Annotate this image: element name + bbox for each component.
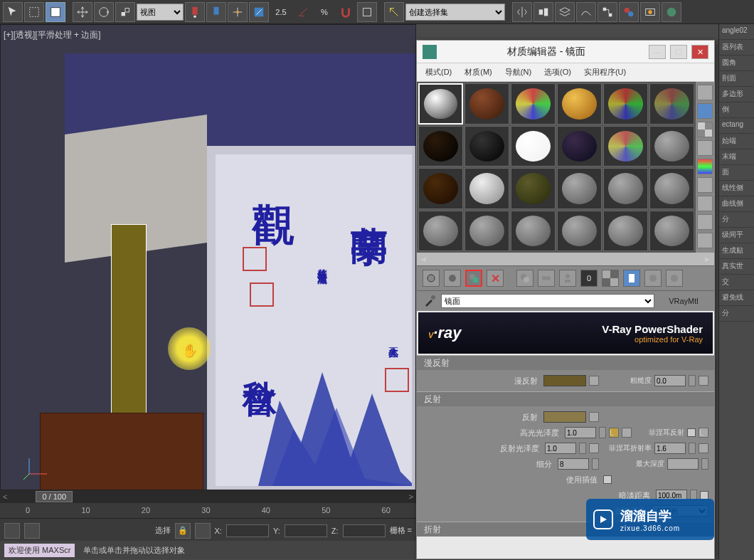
put-to-scene-button[interactable] [444,270,461,287]
material-sample-slot[interactable] [557,83,602,125]
named-selection-dropdown[interactable]: 创建选择集 [405,4,505,21]
spinner-snap-button[interactable] [357,2,377,22]
mat-map-nav-button[interactable] [697,233,713,248]
sample-type-button[interactable] [697,85,713,100]
render-setup-button[interactable] [640,2,660,22]
panel-item[interactable]: 器列表 [719,40,754,56]
subdiv-spinner[interactable] [558,458,589,470]
render-frame-button[interactable] [662,2,681,22]
hilight-map-button[interactable] [622,428,632,438]
rotate-button[interactable] [94,2,114,22]
select-rect-button[interactable] [24,2,44,22]
roughness-spinner[interactable] [654,375,686,386]
refl-gloss-map-button[interactable] [589,443,599,453]
material-type-button[interactable]: VRayMtl [659,297,708,305]
fresnel-lock-button[interactable]: L [699,428,708,438]
pick-material-dropper[interactable] [423,294,437,308]
reference-coord-dropdown[interactable]: 视图 [137,4,184,21]
panel-item[interactable]: 避免线 [719,290,754,306]
select-arrow-button[interactable] [3,2,23,22]
command-panel[interactable]: angle02器列表圆角剖面多边形倒ectang始端末端面线性侧曲线侧分级间平生… [718,24,754,559]
close-button[interactable]: ✕ [691,45,708,59]
background-button[interactable] [697,122,713,137]
material-sample-slot[interactable] [649,211,694,252]
frame-indicator[interactable]: 0 / 100 [36,491,73,502]
schematic-button[interactable] [598,2,617,22]
material-sample-slot[interactable] [649,83,694,125]
fresnel-ior-spinner[interactable] [654,443,686,454]
x-coord-field[interactable] [226,524,269,537]
max-depth-arrows[interactable] [701,458,708,470]
snap-angle-icon[interactable] [293,2,313,22]
panel-item[interactable]: 倒 [719,102,754,118]
key-filter-button[interactable] [24,523,40,539]
go-sibling-button[interactable] [666,270,683,287]
reset-map-button[interactable]: ✕ [487,270,504,287]
material-sample-slot[interactable] [418,168,463,209]
refl-gloss-arrows[interactable] [579,443,586,454]
menu-navigate[interactable]: 导航(N) [505,67,531,78]
menu-material[interactable]: 材质(M) [464,67,492,78]
make-preview-button[interactable] [697,177,713,193]
z-coord-field[interactable] [343,524,386,537]
y-coord-field[interactable] [285,524,327,537]
max-depth-spinner[interactable] [667,458,699,470]
material-sample-slot[interactable] [511,126,556,167]
panel-item[interactable]: 剖面 [719,71,754,87]
material-sample-slot[interactable] [603,211,648,252]
fresnel-ior-arrows[interactable] [689,443,696,454]
hilight-gloss-arrows[interactable] [599,427,606,438]
viewport-label[interactable]: [+][透视][平滑处理 + 边面] [4,29,101,41]
percent-snap-button[interactable]: % [314,2,334,22]
menu-options[interactable]: 选项(O) [544,67,571,78]
material-editor-button[interactable] [619,2,639,22]
panel-item[interactable]: angle02 [719,24,754,40]
perspective-viewport[interactable]: 觀 蘭亭 茂林修竹 古人云 又于清流激湍 會秋 死生亦大矣 ✋ [+][透视][… [0,24,416,494]
material-sample-slot[interactable] [511,168,556,209]
scroll-right-icon[interactable]: ► [703,255,711,263]
material-sample-slot[interactable] [464,126,509,167]
go-parent-button[interactable] [644,270,662,287]
layers-button[interactable] [555,2,575,22]
material-name-dropdown[interactable]: 镜面 [441,294,654,308]
sample-scrollbar[interactable]: ◄ ► [417,253,714,265]
pivot-button[interactable] [185,2,205,22]
material-sample-slot[interactable] [603,168,648,209]
hilight-lock-button[interactable]: L [609,428,619,438]
set-key-button[interactable] [4,523,20,539]
abs-rel-button[interactable] [195,523,211,539]
panel-item[interactable]: 线性侧 [719,181,754,196]
assign-to-selection-button[interactable] [465,270,482,287]
material-editor-titlebar[interactable]: 材质编辑器 - 镜面 — ☐ ✕ [417,41,714,63]
scale-button[interactable] [115,2,135,22]
refl-gloss-spinner[interactable] [545,443,576,454]
reflect-color-swatch[interactable] [543,411,586,423]
curve-editor-button[interactable] [576,2,596,22]
panel-item[interactable]: 始端 [719,134,754,149]
panel-item[interactable]: 面 [719,165,754,181]
reflect-map-button[interactable] [589,412,599,422]
select-manip-button[interactable] [206,2,226,22]
lock-sel-button[interactable]: 🔒 [175,523,191,539]
material-sample-slot[interactable] [511,83,556,125]
panel-item[interactable]: 末端 [719,149,754,165]
put-to-library-button[interactable] [559,270,576,287]
panel-item[interactable]: 级间平 [719,228,754,243]
material-sample-slot[interactable] [511,211,556,252]
sample-uv-button[interactable] [697,140,713,156]
material-sample-slot[interactable] [649,168,694,209]
diffuse-rollout-header[interactable]: 漫反射 [417,356,714,370]
diffuse-map-button[interactable] [589,376,599,386]
material-sample-slot[interactable] [557,211,602,252]
subdiv-arrows[interactable] [592,458,599,470]
panel-item[interactable]: 交 [719,275,754,290]
mat-id-button[interactable]: 0 [580,270,598,287]
menu-mode[interactable]: 模式(D) [425,67,452,78]
mirror-button[interactable] [512,2,532,22]
magnet-icon[interactable] [336,2,356,22]
panel-item[interactable]: 曲线侧 [719,196,754,212]
edit-named-sel-button[interactable] [384,2,404,22]
options-button[interactable] [697,196,713,211]
material-sample-slot[interactable] [557,126,602,167]
fresnel-checkbox[interactable] [687,428,696,437]
